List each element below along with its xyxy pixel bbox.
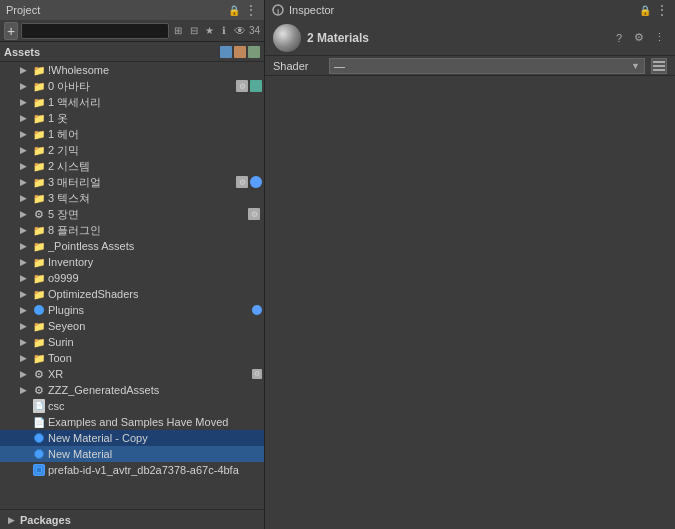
list-item[interactable]: ▶ 📁 Toon	[0, 350, 264, 366]
list-item-new-material[interactable]: New Material	[0, 446, 264, 462]
arrow-icon: ▶	[20, 385, 32, 395]
list-item[interactable]: ▶ 📁 2 시스템	[0, 158, 264, 174]
file-icon: 📄	[32, 415, 46, 429]
assets-header: Assets	[0, 42, 264, 62]
list-item[interactable]: ▶ ⚙ ZZZ_GeneratedAssets	[0, 382, 264, 398]
arrow-icon: ▶	[20, 241, 32, 251]
list-item[interactable]: ▶ 📁 1 헤어	[0, 126, 264, 142]
inspector-tab[interactable]: i Inspector 🔒 ⋮	[265, 0, 675, 20]
inspector-dot-icon: i	[271, 3, 285, 17]
folder-icon: 📁	[32, 255, 46, 269]
item-label: OptimizedShaders	[48, 288, 264, 300]
material-info: 2 Materials	[307, 31, 369, 45]
item-label: 1 액세서리	[48, 95, 264, 110]
list-item[interactable]: ▶ Plugins	[0, 302, 264, 318]
search-input[interactable]	[21, 23, 169, 39]
add-button[interactable]: +	[4, 22, 18, 40]
folder-icon: 📁	[32, 191, 46, 205]
top-bar: Project 🔒 ⋮ i Inspector 🔒 ⋮	[0, 0, 675, 20]
arrow-icon: ▶	[20, 113, 32, 123]
arrow-icon: ▶	[20, 273, 32, 283]
item-label: prefab-id-v1_avtr_db2a7378-a67c-4bfa	[48, 464, 264, 476]
folder-icon: 📁	[32, 335, 46, 349]
inspector-panel: 2 Materials ? ⚙ ⋮ Shader — ▼	[265, 20, 675, 529]
list-item[interactable]: ▶ 📁 1 액세서리	[0, 94, 264, 110]
arrow-icon: ▶	[20, 177, 32, 187]
info-icon[interactable]: ℹ	[218, 23, 230, 39]
prefab-icon	[32, 463, 46, 477]
list-item[interactable]: ▶ 📁 3 텍스쳐	[0, 190, 264, 206]
list-item[interactable]: ▶ 📁 !Wholesome	[0, 62, 264, 78]
arrow-icon: ▶	[20, 337, 32, 347]
blue-circle-icon	[32, 303, 46, 317]
arrow-icon: ▶	[20, 81, 32, 91]
item-label: ZZZ_GeneratedAssets	[48, 384, 264, 396]
item-label: Examples and Samples Have Moved	[48, 416, 264, 428]
svg-rect-3	[37, 468, 41, 472]
eye-icon[interactable]: 👁	[234, 23, 246, 39]
help-icon[interactable]: ?	[611, 30, 627, 46]
list-item[interactable]: ▶ 📁 o9999	[0, 270, 264, 286]
filter-icon[interactable]: ⊟	[188, 23, 200, 39]
arrow-icon: ▶	[20, 97, 32, 107]
list-item-new-material-copy[interactable]: New Material - Copy	[0, 430, 264, 446]
more-icon[interactable]: ⋮	[244, 3, 258, 17]
shader-value: —	[334, 60, 345, 72]
new-material-copy-label: New Material - Copy	[48, 432, 264, 444]
list-item[interactable]: ▶ 📁 2 기믹	[0, 142, 264, 158]
assets-icon3	[248, 46, 260, 58]
folder-icon: 📁	[32, 127, 46, 141]
shader-list-button[interactable]	[651, 58, 667, 74]
project-tab-icons: 🔒 ⋮	[227, 3, 258, 17]
arrow-icon: ▶	[20, 161, 32, 171]
assets-label: Assets	[4, 46, 40, 58]
item-label: 1 헤어	[48, 127, 264, 142]
project-tab[interactable]: Project 🔒 ⋮	[0, 0, 265, 20]
shader-dropdown[interactable]: — ▼	[329, 58, 645, 74]
list-item[interactable]: 📄 Examples and Samples Have Moved	[0, 414, 264, 430]
list-item[interactable]: ▶ 📁 Surin	[0, 334, 264, 350]
folder-icon: 📁	[32, 159, 46, 173]
shader-label: Shader	[273, 60, 323, 72]
material-title: 2 Materials	[307, 31, 369, 45]
list-item[interactable]: ▶ 📁 _Pointless Assets	[0, 238, 264, 254]
list-item[interactable]: ▶ 📁 Seyeon	[0, 318, 264, 334]
inspector-header-row: 2 Materials ? ⚙ ⋮	[265, 20, 675, 56]
item-badge	[252, 305, 262, 315]
list-item[interactable]: 📄 csc	[0, 398, 264, 414]
item-label: 5 장면	[48, 207, 248, 222]
assets-icon2	[234, 46, 246, 58]
main-container: + ⊞ ⊟ ★ ℹ 👁 34 Assets ▶ 📁 !Wholesome	[0, 20, 675, 529]
inspector-lock-icon[interactable]: 🔒	[638, 3, 652, 17]
arrow-icon: ▶	[20, 353, 32, 363]
material-icon	[32, 431, 46, 445]
file-tree[interactable]: ▶ 📁 !Wholesome ▶ 📁 0 아바타 ⚙ ▶ 📁 1 액세서리	[0, 62, 264, 509]
item-label: csc	[48, 400, 264, 412]
arrow-icon: ▶	[20, 209, 32, 219]
arrow-icon: ▶	[20, 225, 32, 235]
svg-rect-5	[653, 65, 665, 67]
settings-icon[interactable]: ⚙	[631, 30, 647, 46]
list-item[interactable]: ▶ 📁 8 플러그인	[0, 222, 264, 238]
item-label: Surin	[48, 336, 264, 348]
list-item[interactable]: ▶ 📁 0 아바타 ⚙	[0, 78, 264, 94]
gear-folder-icon: ⚙	[32, 367, 46, 381]
list-item[interactable]: ▶ ⚙ XR ⚙	[0, 366, 264, 382]
star-icon[interactable]: ★	[203, 23, 215, 39]
lock-icon[interactable]: 🔒	[227, 3, 241, 17]
inspector-more-icon[interactable]: ⋮	[655, 3, 669, 17]
packages-section[interactable]: ▶ Packages	[0, 509, 264, 529]
item-label: o9999	[48, 272, 264, 284]
list-item[interactable]: ▶ 📁 OptimizedShaders	[0, 286, 264, 302]
list-item-inventory[interactable]: ▶ 📁 Inventory	[0, 254, 264, 270]
expand-icon[interactable]: ⊞	[172, 23, 184, 39]
folder-icon: 📁	[32, 271, 46, 285]
overflow-icon[interactable]: ⋮	[651, 30, 667, 46]
list-item[interactable]: ▶ 📁 1 옷	[0, 110, 264, 126]
list-item[interactable]: ▶ 📁 3 매터리얼 ⚙	[0, 174, 264, 190]
list-item[interactable]: prefab-id-v1_avtr_db2a7378-a67c-4bfa	[0, 462, 264, 478]
inspector-content	[265, 76, 675, 529]
list-item[interactable]: ▶ ⚙ 5 장면 ⚙	[0, 206, 264, 222]
folder-icon: 📁	[32, 143, 46, 157]
item-label: 3 매터리얼	[48, 175, 236, 190]
